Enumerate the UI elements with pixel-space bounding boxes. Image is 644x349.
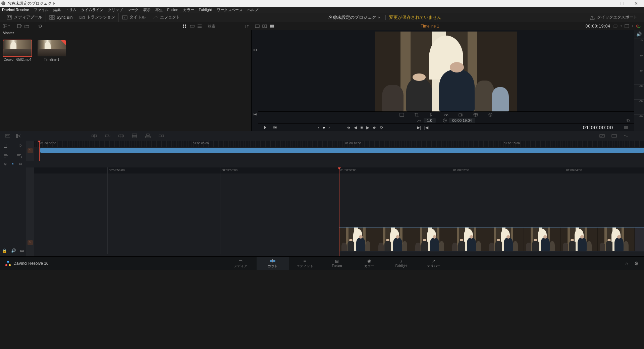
camera-icon[interactable]	[458, 112, 464, 117]
loop-icon[interactable]: ⟳	[380, 125, 383, 130]
tools-icon[interactable]	[272, 125, 278, 130]
speed-icon[interactable]	[443, 112, 449, 117]
menu-item[interactable]: ヘルプ	[247, 7, 258, 12]
prev-edit-icon[interactable]: ⏮	[253, 48, 257, 52]
prev-clip-icon[interactable]: |◀	[424, 125, 428, 130]
maximize-button[interactable]: ❐	[616, 1, 629, 6]
safe-area-icon[interactable]	[613, 24, 618, 28]
stop-icon[interactable]: ■	[360, 125, 363, 130]
magnet-icon[interactable]	[4, 162, 7, 166]
prev-keyframe-icon[interactable]: ‹	[318, 125, 319, 130]
viewer-frame[interactable]	[258, 30, 634, 111]
stabilize-icon[interactable]	[473, 112, 478, 117]
boring-detector-icon[interactable]	[5, 133, 11, 139]
speaker-icon[interactable]: 🔊	[634, 32, 644, 37]
reset-icon[interactable]	[626, 118, 631, 122]
fast-review-icon[interactable]	[264, 125, 269, 130]
source-clip-icon[interactable]	[255, 24, 260, 28]
menu-item[interactable]: カラー	[183, 7, 194, 12]
cut-icon[interactable]	[611, 133, 617, 139]
transform-icon[interactable]	[399, 112, 405, 117]
source-tape-icon[interactable]	[262, 24, 267, 28]
close-up-icon[interactable]	[131, 133, 138, 139]
smart-insert-icon[interactable]	[91, 133, 97, 139]
next-clip-icon[interactable]: ▶|	[417, 125, 421, 130]
lock-icon[interactable]: 🔒	[2, 248, 7, 253]
page-tab[interactable]: カット	[257, 257, 289, 270]
page-tab[interactable]: ≡エディット	[289, 257, 321, 270]
next-edit-icon[interactable]: ⏭	[253, 112, 257, 117]
page-tab[interactable]: ◉カラー	[353, 257, 385, 270]
lower-timeline-body[interactable]: 00:59:56:0000:59:58:0001:00:00:0001:00:0…	[34, 167, 644, 256]
close-button[interactable]: ✕	[629, 1, 643, 6]
menu-item[interactable]: クリップ	[108, 7, 123, 12]
viewer-expand-icon[interactable]	[625, 24, 629, 28]
place-on-top-icon[interactable]	[145, 133, 151, 139]
menu-item[interactable]: 表示	[143, 7, 151, 12]
next-keyframe-icon[interactable]: ›	[328, 125, 330, 130]
menu-item[interactable]: ファイル	[34, 7, 49, 12]
media-pool-button[interactable]: メディアプール	[3, 13, 46, 22]
quick-export-button[interactable]: クイックエクスポート	[586, 13, 641, 22]
crop-icon[interactable]	[414, 112, 419, 117]
search-input[interactable]	[208, 24, 241, 28]
keyframe-dot-icon[interactable]: ●	[323, 125, 325, 130]
lower-track-header[interactable]: 1	[26, 167, 34, 256]
import-folder-icon[interactable]	[24, 24, 29, 28]
source-overwrite-icon[interactable]	[158, 133, 164, 139]
split-clip-icon[interactable]	[15, 133, 21, 139]
view-mode-thumbnails[interactable]	[182, 24, 187, 28]
transport-timecode[interactable]: 01:00:00:00	[583, 124, 613, 130]
bin-breadcrumb[interactable]: Master	[0, 30, 251, 37]
titles-button[interactable]: T タイトル	[119, 13, 149, 22]
menu-item[interactable]: Fairlight	[199, 8, 212, 12]
dropdown-chevron-icon[interactable]: ▾	[8, 24, 10, 28]
transitions-button[interactable]: トランジション	[76, 13, 119, 22]
append-icon[interactable]	[105, 133, 111, 139]
play-icon[interactable]: ▶	[366, 125, 369, 130]
timeline-clip[interactable]: Timeline 1	[38, 40, 66, 61]
video-clip[interactable]	[339, 227, 644, 251]
menu-item[interactable]: タイムライン	[81, 7, 103, 12]
import-media-icon[interactable]	[17, 24, 22, 28]
media-clip[interactable]: Crowd - 6582.mp4	[3, 40, 32, 61]
upper-track-header[interactable]: 1	[26, 141, 34, 161]
marker-icon[interactable]	[11, 162, 14, 166]
go-end-icon[interactable]: ⏭	[373, 125, 377, 130]
dissolve-icon[interactable]	[599, 133, 605, 139]
dropdown-chevron-icon[interactable]: ▾	[621, 24, 622, 28]
go-start-icon[interactable]: ⏮	[346, 125, 351, 130]
sync-bin-button[interactable]: Sync Bin	[46, 13, 76, 22]
sync-icon[interactable]	[38, 24, 43, 28]
menu-item[interactable]: Fusion	[167, 8, 178, 12]
settings-gear-icon[interactable]: ⚙	[634, 261, 639, 266]
page-tab[interactable]: ↗デリバー	[418, 257, 450, 270]
upper-ruler[interactable]: 01:00:00:0001:00:05:0001:00:10:0001:00:1…	[34, 141, 644, 161]
page-tab[interactable]: ♪Fairlight	[385, 257, 418, 270]
home-icon[interactable]: ⌂	[626, 261, 628, 266]
speed-value[interactable]: 1.0	[424, 118, 435, 123]
duration-value[interactable]: 00:00:19:04	[449, 118, 475, 123]
view-mode-list-icon[interactable]	[197, 24, 202, 28]
flag-icon[interactable]	[19, 162, 22, 166]
ripple-overwrite-icon[interactable]	[118, 133, 124, 139]
video-tracks-icon[interactable]	[3, 153, 9, 158]
timeline-mode-b-icon[interactable]: T	[16, 143, 22, 148]
viewer-timeline-name[interactable]: Timeline 1	[421, 24, 439, 29]
page-tab[interactable]: ▭メディア	[224, 257, 257, 270]
menu-app[interactable]: DaVinci Resolve	[2, 8, 29, 12]
lens-correction-icon[interactable]	[488, 112, 493, 117]
audio-enable-icon[interactable]: 🔊	[11, 248, 16, 253]
audio-icon[interactable]	[429, 112, 434, 117]
bin-list-icon[interactable]	[3, 24, 7, 28]
menu-item[interactable]: ワークスペース	[217, 7, 243, 12]
effects-button[interactable]: エフェクト	[149, 13, 183, 22]
view-mode-strip-icon[interactable]	[190, 24, 195, 28]
sort-icon[interactable]	[244, 24, 249, 28]
menu-item[interactable]: トリム	[65, 7, 76, 12]
smooth-cut-icon[interactable]	[623, 133, 629, 139]
play-reverse-icon[interactable]: ◀	[354, 125, 357, 130]
bypass-color-icon[interactable]	[636, 24, 641, 28]
menu-item[interactable]: マーク	[127, 7, 139, 12]
page-tab[interactable]: ⊞Fusion	[321, 257, 353, 270]
